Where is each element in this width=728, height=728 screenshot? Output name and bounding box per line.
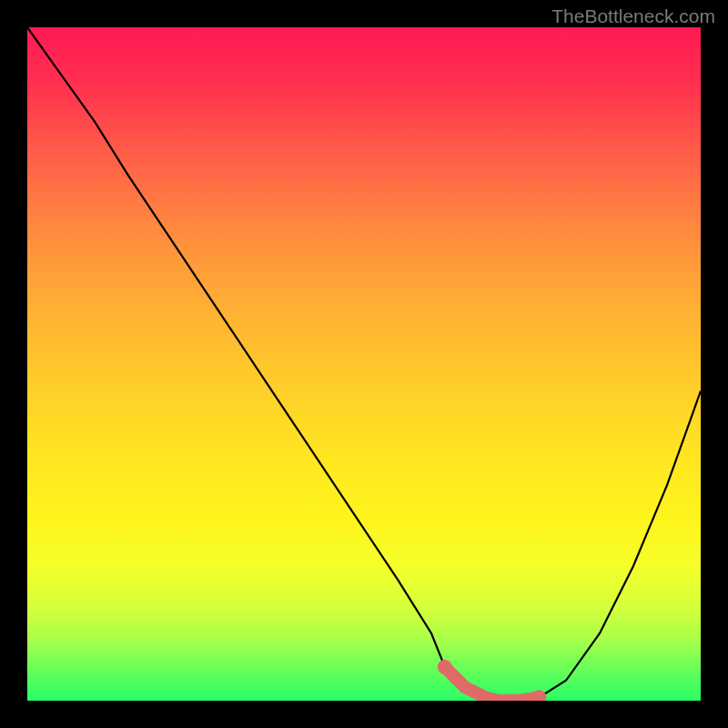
chart-svg [27,27,701,701]
highlight-segment [445,667,540,701]
highlight-dot-start [438,660,452,674]
plot-area [27,27,701,701]
bottleneck-curve [27,27,701,701]
watermark-text: TheBottleneck.com [551,5,715,27]
highlight-dot-end [531,690,546,701]
